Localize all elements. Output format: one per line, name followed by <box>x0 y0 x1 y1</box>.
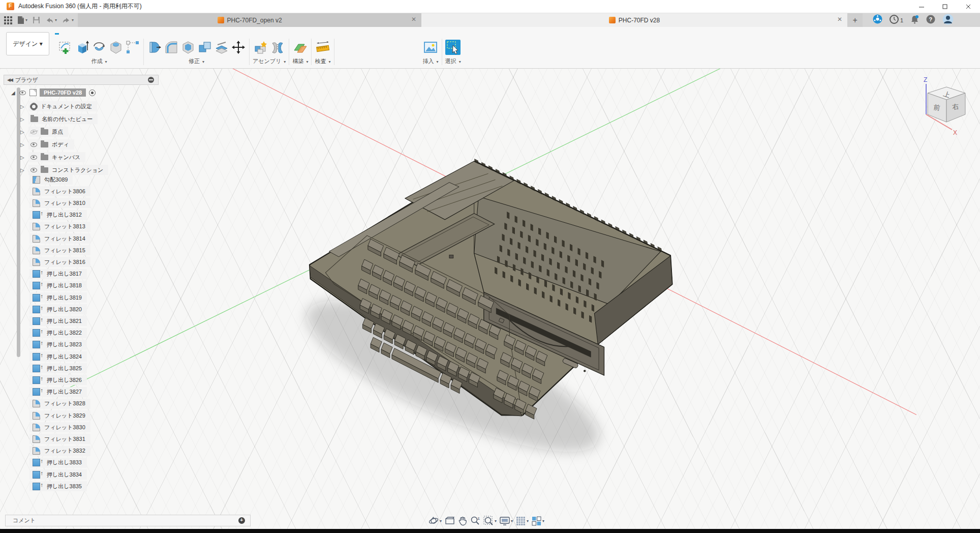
expand-arrow-icon[interactable]: ▷ <box>20 116 26 122</box>
help-icon[interactable]: ? <box>926 15 935 26</box>
browser-scrollbar[interactable] <box>17 87 20 357</box>
feature-row[interactable]: 押し出し3833 <box>29 458 87 468</box>
feature-row[interactable]: 押し出し3823 <box>29 340 87 350</box>
ribbon-group-label[interactable]: 構築 ▾ <box>292 57 308 65</box>
browser-tree-row[interactable]: ▷ ドキュメントの設定 <box>20 101 97 111</box>
feature-row[interactable]: 押し出し3812 <box>29 210 87 220</box>
view-cube[interactable]: Z X 上 前 右 <box>912 73 980 139</box>
ribbon-group-label[interactable]: アセンブリ ▾ <box>253 57 286 65</box>
feature-row[interactable]: 押し出し3818 <box>29 281 87 291</box>
feature-row[interactable]: 押し出し3826 <box>29 375 87 385</box>
root-node-label[interactable]: PHC-70FD v28 <box>40 88 86 97</box>
maximize-button[interactable] <box>933 0 957 13</box>
revolve-icon[interactable] <box>91 40 107 55</box>
nav-tool[interactable]: ▾ <box>532 516 544 526</box>
collapse-panel-icon[interactable]: ◀◀ <box>7 77 12 82</box>
create-sketch-icon[interactable] <box>58 40 73 55</box>
feature-row[interactable]: 押し出し3819 <box>29 292 87 303</box>
feature-row[interactable]: フィレット3806 <box>29 186 90 196</box>
3d-viewport[interactable] <box>0 69 980 529</box>
feature-row[interactable]: 押し出し3821 <box>29 316 87 326</box>
title-bar[interactable]: Autodesk Fusion 360 (個人用 - 商用利用不可) <box>0 0 980 13</box>
minimize-button[interactable] <box>910 0 933 13</box>
nav-tool[interactable]: ± <box>470 516 480 526</box>
extensions-icon[interactable] <box>873 14 882 26</box>
feature-row[interactable]: 押し出し3817 <box>29 269 87 279</box>
add-comment-icon[interactable] <box>238 517 245 524</box>
browser-tree-row[interactable]: ▷ 名前の付いたビュー <box>20 114 98 124</box>
nav-tool[interactable]: ▾ <box>483 516 497 526</box>
ribbon-group-label[interactable]: 検査 ▾ <box>315 57 330 65</box>
redo-icon[interactable]: ▾ <box>60 14 76 26</box>
feature-row[interactable]: フィレット3830 <box>29 422 90 432</box>
browser-tree-row[interactable]: ▷ コンストラクション <box>20 165 108 175</box>
move-icon[interactable] <box>231 40 246 55</box>
hide-all-icon[interactable] <box>148 77 154 83</box>
ribbon-group-label[interactable]: 作成 ▾ <box>91 57 107 65</box>
expand-arrow-icon[interactable]: ◢ <box>11 90 17 96</box>
undo-icon[interactable]: ▾ <box>43 14 59 26</box>
feature-row[interactable]: 勾配3089 <box>29 174 73 185</box>
hole-icon[interactable] <box>108 40 124 55</box>
feature-row[interactable]: 押し出し3822 <box>29 328 87 338</box>
nav-tool[interactable] <box>445 516 455 525</box>
construction-plane-icon[interactable] <box>293 40 308 55</box>
press-pull-icon[interactable] <box>147 40 162 55</box>
shell-icon[interactable] <box>180 40 196 55</box>
feature-row[interactable]: フィレット3813 <box>29 222 90 232</box>
job-status-button[interactable]: 1 <box>890 15 903 26</box>
document-tab-inactive[interactable]: PHC-70FD_open v2 ✕ <box>78 13 421 27</box>
ribbon-group-label[interactable]: 挿入 ▾ <box>423 57 439 65</box>
expand-arrow-icon[interactable]: ▷ <box>20 129 26 135</box>
feature-row[interactable]: 押し出し3834 <box>29 469 87 480</box>
expand-arrow-icon[interactable]: ▷ <box>20 155 26 160</box>
ribbon-group-label[interactable]: 選択 ▾ <box>445 57 461 65</box>
document-tab-active[interactable]: PHC-70FD v28 ✕ <box>421 13 847 27</box>
feature-row[interactable]: 押し出し3820 <box>29 304 87 314</box>
feature-row[interactable]: 押し出し3835 <box>29 481 87 491</box>
activate-component-radio[interactable] <box>89 90 96 96</box>
insert-image-icon[interactable] <box>423 40 438 55</box>
browser-tree-row[interactable]: ▷ キャンバス <box>20 152 85 162</box>
feature-row[interactable]: フィレット3814 <box>29 233 90 244</box>
feature-row[interactable]: 押し出し3824 <box>29 351 87 362</box>
nav-tool[interactable]: ▾ <box>500 516 513 525</box>
feature-row[interactable]: フィレット3829 <box>29 410 90 421</box>
feature-row[interactable]: 押し出し3827 <box>29 387 87 397</box>
tab-close-icon[interactable]: ✕ <box>411 16 416 23</box>
save-icon[interactable] <box>30 14 42 26</box>
feature-row[interactable]: フィレット3816 <box>29 257 90 267</box>
new-tab-button[interactable]: + <box>847 13 863 27</box>
nav-tool[interactable]: ▾ <box>428 516 442 526</box>
expand-arrow-icon[interactable]: ▷ <box>20 142 26 147</box>
file-menu-icon[interactable]: ▾ <box>15 14 29 26</box>
workspace-selector[interactable]: デザイン ▾ <box>6 32 49 55</box>
browser-tree-row[interactable]: ▷ 原点 <box>20 127 68 137</box>
browser-tree-row[interactable]: ▷ ボディ <box>20 139 74 150</box>
expand-arrow-icon[interactable]: ▷ <box>20 104 26 109</box>
new-component-icon[interactable] <box>253 40 268 55</box>
comment-bar[interactable]: コメント <box>5 515 251 526</box>
browser-header[interactable]: ◀◀ ブラウザ <box>4 75 159 85</box>
combine-icon[interactable] <box>197 40 212 55</box>
close-button[interactable] <box>957 0 980 13</box>
extrude-icon[interactable] <box>75 40 90 55</box>
select-icon[interactable] <box>445 40 461 55</box>
feature-row[interactable]: フィレット3815 <box>29 245 90 255</box>
pattern-icon[interactable] <box>125 40 140 55</box>
nav-tool[interactable] <box>458 516 467 526</box>
offset-face-icon[interactable] <box>214 40 229 55</box>
expand-arrow-icon[interactable]: ▷ <box>20 167 26 173</box>
feature-row[interactable]: フィレット3810 <box>29 198 90 208</box>
ribbon-group-label[interactable]: 修正 ▾ <box>189 57 204 65</box>
measure-icon[interactable] <box>315 40 330 55</box>
fillet-icon[interactable] <box>164 40 179 55</box>
browser-root-row[interactable]: ◢ PHC-70FD v28 <box>11 87 96 98</box>
feature-row[interactable]: フィレット3832 <box>29 446 90 456</box>
nav-tool[interactable]: ▾ <box>516 516 529 526</box>
tab-close-icon[interactable]: ✕ <box>837 16 842 23</box>
feature-row[interactable]: フィレット3831 <box>29 434 90 444</box>
feature-row[interactable]: フィレット3828 <box>29 399 90 409</box>
notifications-bell-icon[interactable] <box>910 15 919 26</box>
joint-icon[interactable] <box>270 40 285 55</box>
